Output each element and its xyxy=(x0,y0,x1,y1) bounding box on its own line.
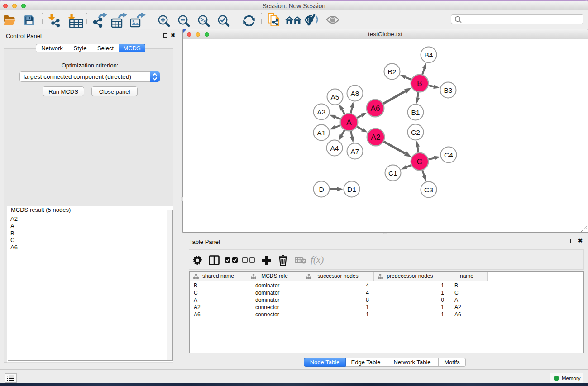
svg-text:C3: C3 xyxy=(424,186,433,194)
svg-text:A2: A2 xyxy=(371,133,381,142)
svg-text:A7: A7 xyxy=(351,148,359,155)
svg-text:B: B xyxy=(417,79,422,88)
svg-text:A: A xyxy=(346,118,352,127)
svg-text:A5: A5 xyxy=(331,93,339,101)
svg-text:B4: B4 xyxy=(425,51,433,59)
svg-text:A6: A6 xyxy=(371,104,380,113)
svg-text:A4: A4 xyxy=(330,144,339,152)
svg-text:C1: C1 xyxy=(388,169,397,177)
svg-text:D: D xyxy=(319,186,324,193)
svg-text:B3: B3 xyxy=(444,86,453,94)
svg-text:A1: A1 xyxy=(317,129,326,137)
svg-text:A8: A8 xyxy=(351,90,359,97)
svg-text:A3: A3 xyxy=(317,108,326,116)
svg-text:C2: C2 xyxy=(411,129,420,136)
svg-text:C: C xyxy=(417,157,422,166)
svg-text:B1: B1 xyxy=(411,109,420,116)
svg-text:B2: B2 xyxy=(388,68,397,76)
svg-text:C4: C4 xyxy=(444,151,453,159)
svg-text:D1: D1 xyxy=(347,186,356,193)
